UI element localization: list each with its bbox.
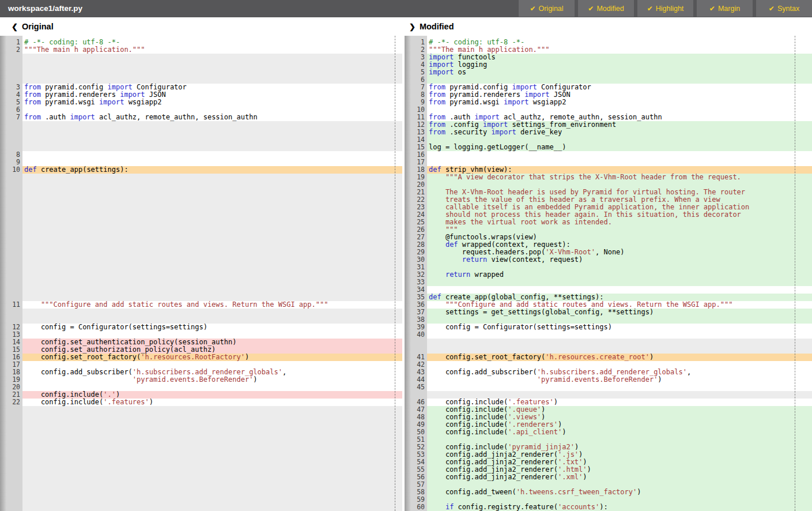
code-line (22, 54, 402, 61)
code-line: import os (427, 69, 812, 76)
line-number (6, 226, 22, 234)
code-line: from pyramid.renderers import JSON (22, 91, 402, 99)
code-area-modified[interactable]: # -*- coding: utf-8 -*-"""The main h app… (427, 36, 812, 511)
code-line (427, 339, 812, 346)
line-number (6, 61, 22, 69)
code-line: import functools (427, 54, 812, 61)
code-line (22, 436, 402, 444)
code-line (22, 459, 402, 466)
toolbar-button-margin[interactable]: ✔Margin (697, 0, 753, 17)
code-line (427, 159, 812, 166)
code-line (22, 496, 402, 504)
line-number (6, 241, 22, 249)
line-number (6, 54, 22, 61)
code-line (22, 219, 402, 226)
code-line: log = logging.getLogger(__name__) (427, 144, 812, 151)
code-line: """A view decorator that strips the X-Vh… (427, 174, 812, 181)
code-line (427, 384, 812, 391)
line-number: 40 (411, 331, 427, 339)
code-line (427, 181, 812, 189)
line-number (6, 414, 22, 421)
code-line (22, 181, 402, 189)
code-line (427, 264, 812, 271)
pane-header-modified-label: Modified (420, 22, 454, 31)
line-number: 7 (6, 114, 22, 121)
code-line: config.add_jinja2_renderer('.txt') (427, 459, 812, 466)
toolbar-button-syntax[interactable]: ✔Syntax (756, 0, 812, 17)
code-line: config.set_authorization_policy(acl_auth… (22, 346, 402, 354)
column-guide (395, 36, 395, 511)
code-line: """The main h application.""" (427, 46, 812, 54)
line-number (6, 264, 22, 271)
chevron-right-icon: ❯ (409, 22, 416, 31)
code-line: settings = get_settings(global_config, *… (427, 309, 812, 316)
line-number (6, 451, 22, 459)
pane-header-modified[interactable]: ❯ Modified (409, 17, 454, 36)
code-line (22, 279, 402, 286)
code-line (22, 136, 402, 144)
code-line: config.include('.renderers') (427, 421, 812, 429)
code-line (22, 159, 402, 166)
code-line (427, 436, 812, 444)
code-line (22, 234, 402, 241)
gutter-strip (0, 36, 6, 511)
code-line (22, 249, 402, 256)
code-line (427, 481, 812, 489)
code-line (22, 129, 402, 136)
code-line: config.include('.queue') (427, 406, 812, 414)
code-line (22, 414, 402, 421)
line-number (6, 286, 22, 294)
code-line: return wrapped (427, 271, 812, 279)
toolbar-button-modified[interactable]: ✔Modified (578, 0, 634, 17)
code-line: config.include('.') (22, 391, 402, 399)
code-line (427, 331, 812, 339)
toolbar-button-original[interactable]: ✔Original (519, 0, 575, 17)
toolbar-button-highlight[interactable]: ✔Highlight (637, 0, 693, 17)
check-icon: ✔ (530, 5, 535, 13)
line-number: 45 (411, 384, 427, 391)
code-line: config.include('.features') (427, 399, 812, 406)
window-title-bar: workspace1/after.py ✔Original✔Modified✔H… (0, 0, 812, 17)
code-line: @functools.wraps(view) (427, 234, 812, 241)
code-line (22, 384, 402, 391)
code-line (22, 466, 402, 474)
code-line (22, 286, 402, 294)
editors: 12345678910111213141516171819202122 # -*… (0, 36, 812, 511)
code-line (22, 264, 402, 271)
code-line: 'pyramid.events.BeforeRender') (427, 376, 812, 384)
code-line (22, 121, 402, 129)
code-line: config = Configurator(settings=settings) (22, 324, 402, 331)
code-line: config.include('.features') (22, 399, 402, 406)
line-number: 11 (6, 301, 22, 309)
code-line (22, 69, 402, 76)
code-line (22, 241, 402, 249)
window-title: workspace1/after.py (8, 0, 82, 17)
line-number (6, 211, 22, 219)
code-area-original[interactable]: # -*- coding: utf-8 -*-"""The main h app… (22, 36, 402, 511)
line-number: 60 (411, 504, 427, 511)
line-number: 10 (6, 166, 22, 174)
line-number: 22 (6, 399, 22, 406)
line-number (6, 504, 22, 511)
code-line (22, 481, 402, 489)
line-number (6, 489, 22, 496)
code-line (22, 504, 402, 511)
pane-header-original[interactable]: ❮ Original (12, 17, 54, 36)
code-line (22, 294, 402, 301)
line-number (6, 256, 22, 264)
line-number (6, 189, 22, 196)
code-line: config.add_jinja2_renderer('.html') (427, 466, 812, 474)
check-icon: ✔ (709, 5, 715, 13)
code-line (427, 286, 812, 294)
line-number (6, 196, 22, 204)
line-number (6, 279, 22, 286)
code-line: config = Configurator(settings=settings) (427, 324, 812, 331)
code-line (427, 346, 812, 354)
line-number (6, 466, 22, 474)
toolbar-button-label: Syntax (777, 5, 799, 13)
code-line (22, 204, 402, 211)
code-line (22, 474, 402, 481)
code-line (427, 106, 812, 114)
pane-headers: ❮ Original ❯ Modified (0, 17, 812, 36)
code-line: config.add_tween('h.tweens.csrf_tween_fa… (427, 489, 812, 496)
